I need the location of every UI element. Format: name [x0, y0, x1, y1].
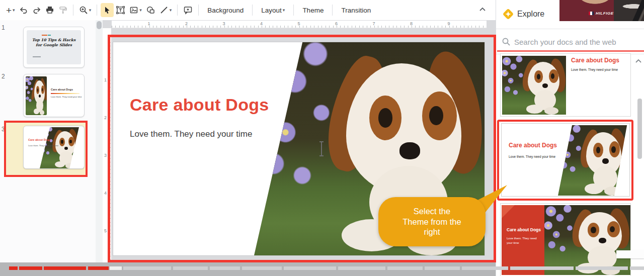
comment-icon — [183, 6, 193, 15]
panel-scrollbar-thumb[interactable] — [637, 99, 642, 159]
ruler-number: 1 — [148, 21, 150, 26]
scroll-up-button[interactable] — [635, 56, 642, 65]
progress-segment — [173, 266, 208, 270]
ruler-number: 1 — [104, 77, 107, 82]
callout-line-2: Theme from the — [403, 217, 461, 227]
accent-dash — [48, 35, 51, 36]
slide-2-number: 2 — [2, 73, 5, 80]
puppy-photo — [26, 76, 47, 115]
slide-2-thumbnail[interactable]: Care about Dogs Love them. They need you… — [23, 74, 85, 117]
slide-1-number: 1 — [2, 24, 5, 31]
progress-segment — [462, 266, 508, 270]
text-box-button[interactable] — [114, 3, 127, 17]
new-slide-button[interactable]: + ▾ — [4, 3, 17, 17]
shirt-logo-flag — [589, 12, 594, 15]
paint-roller-icon — [58, 6, 67, 15]
shirt-text: HILFIGE — [596, 11, 614, 16]
progress-segment — [110, 266, 122, 270]
explore-title: Explore — [517, 10, 544, 19]
image-icon — [129, 6, 138, 15]
text-box-icon — [116, 6, 125, 15]
insert-comment-button[interactable] — [181, 3, 195, 17]
paint-format-button[interactable] — [56, 3, 69, 17]
progress-segment — [576, 266, 628, 270]
plus-icon: + — [6, 6, 12, 15]
white-overlay-box — [616, 250, 644, 258]
slide-3-title: Care about Dogs — [28, 138, 51, 141]
filmstrip-scrollbar[interactable] — [96, 20, 103, 276]
toolbar-divider — [332, 5, 333, 16]
video-progress-bar[interactable] — [0, 266, 644, 270]
theme-1-title: Care about Dogs — [571, 57, 619, 64]
chevron-up-icon — [478, 6, 487, 12]
toolbar-divider — [293, 5, 294, 16]
progress-segment — [510, 266, 574, 270]
ruler-number: 4 — [260, 21, 263, 26]
collapse-toolbar-button[interactable] — [478, 5, 487, 14]
slide-1-thumbnail[interactable]: Top 10 Tips & Hacks for Google Slides — [23, 27, 85, 68]
redo-icon — [32, 6, 41, 15]
toolbar: + ▾ ▾ ▾ — [0, 0, 496, 20]
progress-segment — [123, 266, 171, 270]
print-icon — [45, 6, 54, 15]
chevron-down-icon[interactable]: ▾ — [170, 8, 172, 13]
print-button[interactable] — [43, 3, 56, 17]
progress-segment — [387, 266, 423, 270]
ruler-number: 5 — [298, 21, 300, 26]
theme-option-3[interactable]: Care about Dogs Love them. They need you… — [500, 203, 631, 276]
insert-image-button[interactable]: ▾ — [127, 3, 144, 17]
slide-1-title: Top 10 Tips & Hacks for Google Slides — [29, 38, 79, 48]
gradient-divider — [51, 93, 79, 94]
ruler-number: 9 — [448, 21, 450, 26]
layout-label: Layout — [261, 7, 282, 14]
callout-bubble: Select the Theme from the right — [378, 197, 486, 246]
progress-segment — [19, 266, 42, 270]
cursor-arrow-icon — [103, 6, 112, 15]
annotation-box-theme — [497, 120, 633, 201]
undo-button[interactable] — [17, 3, 30, 17]
slide-2-body: Love them. They need your time — [51, 96, 82, 98]
progress-segment — [284, 266, 336, 270]
search-input[interactable] — [514, 34, 637, 49]
callout-line-1: Select the — [414, 206, 450, 217]
ruler-number: 8 — [410, 21, 413, 26]
slide-3-thumbnail[interactable]: Care about Dogs Love them. They need you… — [23, 126, 85, 169]
progress-segment — [44, 266, 86, 270]
ruler-number: 6 — [335, 21, 338, 26]
insert-line-button[interactable]: ▾ — [157, 3, 174, 17]
annotation-red-line — [497, 50, 644, 52]
zoom-in-icon — [79, 6, 88, 15]
theme-3-title: Care about Dogs — [507, 227, 541, 232]
progress-segment — [88, 266, 109, 270]
search-icon — [502, 37, 511, 46]
redo-button[interactable] — [30, 3, 43, 17]
scrollbar-thumb[interactable] — [97, 21, 102, 29]
progress-segment — [630, 266, 644, 270]
toolbar-divider — [252, 5, 253, 16]
chevron-up-icon — [635, 58, 642, 63]
theme-button[interactable]: Theme — [297, 3, 329, 17]
progress-segment — [425, 266, 460, 270]
layout-button[interactable]: Layout▾ — [256, 3, 290, 17]
insert-shape-button[interactable] — [144, 3, 157, 17]
theme-option-1[interactable]: Care about Dogs Love them. They need you… — [500, 53, 631, 117]
select-tool-button[interactable] — [101, 3, 114, 17]
progress-segment — [210, 266, 240, 270]
ruler-number: 3 — [104, 153, 107, 158]
puppy-photo — [544, 205, 630, 275]
slide-1-subtitle-line — [33, 56, 41, 57]
chevron-down-icon[interactable]: ▾ — [13, 8, 15, 13]
chevron-down-icon[interactable]: ▾ — [139, 8, 142, 13]
slide-1-content: Top 10 Tips & Hacks for Google Slides — [27, 30, 81, 64]
progress-segment — [338, 266, 385, 270]
transition-button[interactable]: Transition — [336, 3, 376, 17]
puppy-photo — [502, 56, 566, 115]
progress-segment — [242, 266, 282, 270]
zoom-button[interactable]: ▾ — [77, 3, 94, 17]
chevron-down-icon[interactable]: ▾ — [89, 8, 92, 13]
background-button[interactable]: Background — [202, 3, 249, 17]
undo-icon — [19, 6, 28, 15]
callout-line-3: right — [424, 227, 440, 237]
toolbar-divider — [97, 5, 97, 16]
line-icon — [159, 6, 169, 15]
